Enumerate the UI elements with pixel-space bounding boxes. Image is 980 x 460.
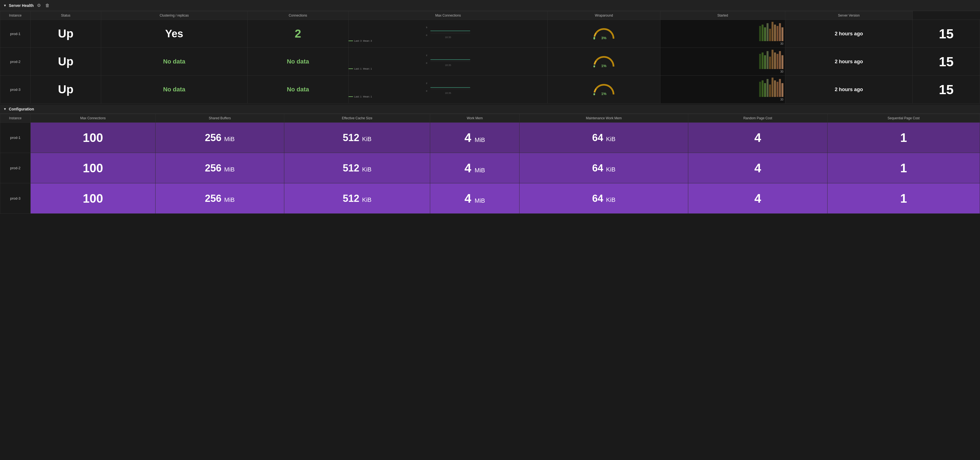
col-header-started: Started: [660, 11, 785, 20]
wrap-bar: [769, 85, 771, 97]
cfg-effective-cache: 512 KiB: [284, 123, 430, 153]
wrap-bar: [774, 25, 776, 41]
table-row: prod-1 100 256 MiB 512 KiB 4 MiB 64 KiB …: [0, 123, 980, 153]
col-header-clustering: Clustering / replicas: [101, 11, 247, 20]
started-cell: 2 hours ago: [785, 48, 912, 76]
gauge-svg: 1%: [592, 54, 616, 69]
col-header-version: Server Version: [785, 11, 912, 20]
version-cell: 15: [912, 76, 980, 104]
cfg-col-maintenance-work-mem: Maintenance Work Mem: [520, 114, 688, 123]
col-header-status: Status: [30, 11, 101, 20]
configuration-section: ▼ Configuration Instance Max Connections…: [0, 105, 980, 214]
clustering-cell: No data: [101, 76, 247, 104]
cfg-shared-buffers: 256 MiB: [156, 153, 284, 183]
replicas-cell: No data: [247, 76, 348, 104]
server-health-title: Server Health: [9, 3, 33, 8]
svg-text:2: 2: [426, 54, 427, 57]
settings-button[interactable]: ⚙: [36, 2, 42, 8]
cfg-effective-cache: 512 KiB: [284, 153, 430, 183]
server-health-header: ▼ Server Health ⚙ 🗑: [0, 0, 980, 11]
cfg-shared-buffers: 256 MiB: [156, 183, 284, 214]
connections-chart: 5 0 18:35 Last: 3 Mean: 3: [348, 20, 547, 48]
wrap-bar: [779, 23, 781, 41]
cfg-work-mem: 4 MiB: [430, 183, 520, 214]
wraparound-cell: 30: [660, 76, 785, 104]
wrap-bar: [779, 51, 781, 69]
cfg-col-effective-cache: Effective Cache Size: [284, 114, 430, 123]
started-cell: 2 hours ago: [785, 20, 912, 48]
svg-text:0: 0: [426, 62, 427, 64]
configuration-title: Configuration: [9, 107, 34, 111]
chevron-down-icon: ▼: [3, 3, 6, 8]
server-health-section: ▼ Server Health ⚙ 🗑 Instance Status Clus…: [0, 0, 980, 104]
wrap-bar: [759, 26, 761, 41]
wrap-bar: [774, 53, 776, 69]
cfg-col-shared-buffers: Shared Buffers: [156, 114, 284, 123]
clustering-cell: No data: [101, 48, 247, 76]
connections-chart: 2 0 18:35 Last: 1 Mean: 1: [348, 76, 547, 103]
svg-text:2: 2: [426, 82, 427, 85]
wrap-bar: [762, 25, 764, 41]
cfg-col-random-page-cost: Random Page Cost: [688, 114, 827, 123]
wrap-bar: [764, 55, 766, 69]
cfg-random-page-cost: 4: [688, 123, 827, 153]
table-row: prod-3 100 256 MiB 512 KiB 4 MiB 64 KiB …: [0, 183, 980, 214]
cfg-instance-label: prod-2: [0, 153, 30, 183]
wrap-bar: [774, 80, 776, 97]
wrap-bar: [764, 27, 766, 41]
cfg-col-sequential-page-cost: Sequential Page Cost: [827, 114, 980, 123]
wrap-bar: [762, 53, 764, 69]
wrap-bar: [781, 27, 783, 41]
wrap-bar: [759, 82, 761, 97]
version-cell: 15: [912, 20, 980, 48]
wrap-bar: [767, 23, 768, 41]
svg-text:1%: 1%: [601, 64, 607, 68]
replicas-cell: 2: [247, 20, 348, 48]
wrap-bar: [779, 79, 781, 97]
max-connections-cell: 1%: [547, 76, 660, 104]
table-row: prod-2 Up No data No data 2 0 18:35 Last…: [0, 48, 980, 76]
wrap-bar: [769, 29, 771, 41]
instance-label: prod-1: [0, 20, 30, 48]
configuration-header: ▼ Configuration: [0, 105, 980, 114]
col-header-instance: Instance: [0, 11, 30, 20]
cfg-sequential-page-cost: 1: [827, 123, 980, 153]
wraparound-cell: 30: [660, 20, 785, 48]
configuration-table: Instance Max Connections Shared Buffers …: [0, 114, 980, 214]
connections-cell: 2 0 18:35 Last: 1 Mean: 1: [348, 48, 547, 76]
cfg-sequential-page-cost: 1: [827, 153, 980, 183]
cfg-instance-label: prod-3: [0, 183, 30, 214]
svg-text:0: 0: [426, 34, 427, 36]
cfg-max-connections: 100: [30, 183, 156, 214]
version-cell: 15: [912, 48, 980, 76]
wrap-bar: [776, 54, 778, 69]
server-health-table: Instance Status Clustering / replicas Co…: [0, 11, 980, 104]
cfg-work-mem: 4 MiB: [430, 123, 520, 153]
delete-button[interactable]: 🗑: [44, 3, 51, 8]
status-cell: Up: [30, 76, 101, 104]
wrap-bar: [781, 83, 783, 97]
cfg-random-page-cost: 4: [688, 183, 827, 214]
cfg-shared-buffers: 256 MiB: [156, 123, 284, 153]
wrap-bar: [767, 51, 768, 69]
instance-label: prod-2: [0, 48, 30, 76]
wrap-bar: [776, 26, 778, 41]
col-header-connections: Connections: [247, 11, 348, 20]
wrap-bar: [759, 54, 761, 69]
cfg-random-page-cost: 4: [688, 153, 827, 183]
cfg-max-connections: 100: [30, 153, 156, 183]
wraparound-cell: 30: [660, 48, 785, 76]
connections-chart: 2 0 18:35 Last: 1 Mean: 1: [348, 48, 547, 75]
cfg-max-connections: 100: [30, 123, 156, 153]
max-connections-cell: 3%: [547, 20, 660, 48]
svg-text:5: 5: [426, 26, 427, 29]
wrap-bar: [772, 50, 773, 69]
col-header-max-connections: Max Connections: [348, 11, 547, 20]
cfg-maintenance-work-mem: 64 KiB: [520, 123, 688, 153]
table-row: prod-3 Up No data No data 2 0 18:35 Last…: [0, 76, 980, 104]
cfg-maintenance-work-mem: 64 KiB: [520, 183, 688, 214]
clustering-cell: Yes: [101, 20, 247, 48]
cfg-effective-cache: 512 KiB: [284, 183, 430, 214]
wrap-bar: [769, 57, 771, 69]
chevron-down-icon-config: ▼: [3, 107, 6, 111]
